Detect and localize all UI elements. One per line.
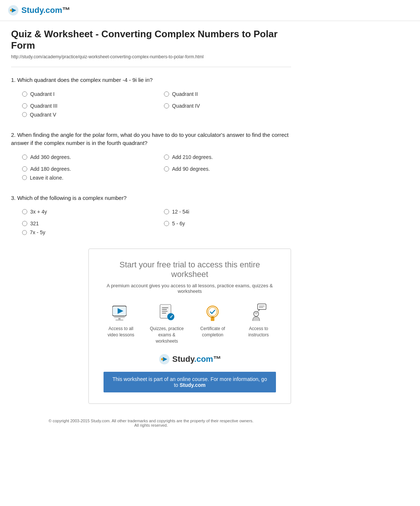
q3-label-d: 5 - 6y bbox=[172, 221, 185, 226]
list-item: Quadrant III bbox=[22, 103, 149, 109]
page-url: http://study.com/academy/practice/quiz-w… bbox=[11, 54, 291, 59]
q1-option-c[interactable] bbox=[22, 103, 27, 108]
q2-label-a: Add 360 degrees. bbox=[30, 154, 71, 160]
svg-rect-8 bbox=[116, 320, 123, 321]
promo-box: Start your free trial to access this ent… bbox=[88, 249, 291, 403]
q2-label-c: Add 180 degrees. bbox=[30, 166, 71, 172]
promo-feature-instructor: Access to instructors bbox=[241, 303, 276, 344]
promo-feature-instructor-label: Access to instructors bbox=[241, 326, 276, 338]
list-item: 5 - 6y bbox=[164, 221, 291, 226]
svg-point-17 bbox=[207, 306, 218, 318]
q2-option-d[interactable] bbox=[164, 166, 169, 171]
q1-option-b[interactable] bbox=[164, 91, 169, 97]
footer-line1: © copyright 2003-2015 Study.com. All oth… bbox=[18, 419, 284, 423]
main-content: Quiz & Worksheet - Converting Complex Nu… bbox=[0, 21, 302, 442]
logo-text: Study.com™ bbox=[21, 6, 70, 15]
divider bbox=[11, 67, 291, 67]
video-icon bbox=[111, 303, 131, 323]
list-item: Add 210 degrees. bbox=[164, 154, 291, 160]
q2-label-b: Add 210 degrees. bbox=[172, 154, 213, 160]
question-1-options: Quadrant I Quadrant II Quadrant III Quad… bbox=[11, 91, 291, 109]
q2-label-d: Add 90 degrees. bbox=[172, 166, 210, 172]
svg-point-29 bbox=[161, 358, 163, 360]
list-item: 321 bbox=[22, 221, 149, 226]
q3-option-e[interactable] bbox=[22, 230, 27, 235]
q3-label-b: 12 - 54i bbox=[172, 209, 189, 215]
list-item: 3x + 4y bbox=[22, 209, 149, 215]
q1-option-a[interactable] bbox=[22, 91, 27, 97]
list-item: Quadrant IV bbox=[164, 103, 291, 109]
svg-rect-7 bbox=[119, 318, 121, 320]
promo-title: Start your free trial to access this ent… bbox=[104, 260, 276, 279]
q3-label-a: 3x + 4y bbox=[30, 209, 47, 215]
q1-option-e[interactable] bbox=[22, 112, 27, 117]
svg-marker-24 bbox=[258, 310, 260, 312]
logo-icon bbox=[7, 4, 19, 16]
q1-label-c: Quadrant III bbox=[30, 103, 57, 109]
q2-option-b[interactable] bbox=[164, 155, 169, 160]
svg-rect-11 bbox=[162, 308, 168, 308]
list-item: Quadrant II bbox=[164, 91, 291, 97]
quiz-icon: ✓ bbox=[157, 303, 177, 323]
q3-option-c[interactable] bbox=[22, 221, 27, 226]
list-item: Quadrant I bbox=[22, 91, 149, 97]
svg-rect-21 bbox=[258, 304, 266, 309]
svg-text:✓: ✓ bbox=[169, 315, 173, 320]
q3-option-b[interactable] bbox=[164, 209, 169, 214]
list-item: Leave it alone. bbox=[11, 175, 291, 181]
q3-option-a[interactable] bbox=[22, 209, 27, 214]
promo-feature-quiz: ✓ Quizzes, practice exams & worksheets bbox=[150, 303, 185, 344]
svg-point-2 bbox=[10, 9, 12, 11]
cert-icon bbox=[203, 303, 223, 323]
q3-label-c: 321 bbox=[30, 221, 39, 226]
q1-label-b: Quadrant II bbox=[172, 91, 198, 97]
promo-logo-text: Study.com™ bbox=[172, 354, 221, 364]
promo-banner-link[interactable]: Study.com bbox=[180, 382, 206, 388]
promo-feature-cert: Certificate of completion bbox=[195, 303, 230, 344]
question-3-block: 3. Which of the following is a complex n… bbox=[11, 194, 291, 236]
svg-rect-14 bbox=[162, 313, 166, 313]
footer: © copyright 2003-2015 Study.com. All oth… bbox=[11, 411, 291, 435]
svg-point-18 bbox=[209, 308, 217, 316]
question-1-block: 1. Which quadrant does the complex numbe… bbox=[11, 76, 291, 118]
footer-line2: All rights reserved. bbox=[18, 423, 284, 427]
q1-label-d: Quadrant IV bbox=[172, 103, 200, 109]
question-2-options: Add 360 degrees. Add 210 degrees. Add 18… bbox=[11, 154, 291, 172]
list-item: Add 180 degrees. bbox=[22, 166, 149, 172]
logo[interactable]: Study.com™ bbox=[7, 4, 70, 16]
question-3-options: 3x + 4y 12 - 54i 321 5 - 6y bbox=[11, 209, 291, 226]
question-3-text: 3. Which of the following is a complex n… bbox=[11, 194, 291, 202]
promo-feature-cert-label: Certificate of completion bbox=[195, 326, 230, 338]
q1-label-e: Quadrant V bbox=[30, 112, 56, 118]
page-title: Quiz & Worksheet - Converting Complex Nu… bbox=[11, 28, 291, 51]
q2-option-a[interactable] bbox=[22, 155, 27, 160]
promo-features: Access to all video lessons ✓ bbox=[104, 303, 276, 344]
promo-subtitle: A premium account gives you access to al… bbox=[104, 283, 276, 294]
list-item: 7x - 5y bbox=[11, 229, 291, 235]
promo-feature-video-label: Access to all video lessons bbox=[104, 326, 139, 338]
instructor-icon bbox=[249, 303, 269, 323]
list-item: Quadrant V bbox=[11, 112, 291, 118]
promo-logo: Study.com™ bbox=[104, 353, 276, 365]
svg-rect-12 bbox=[162, 309, 167, 310]
question-2-block: 2. When finding the angle for the polar … bbox=[11, 131, 291, 181]
svg-point-26 bbox=[255, 312, 258, 315]
list-item: 12 - 54i bbox=[164, 209, 291, 215]
q2-option-c[interactable] bbox=[22, 166, 27, 171]
question-1-text: 1. Which quadrant does the complex numbe… bbox=[11, 76, 291, 84]
list-item: Add 360 degrees. bbox=[22, 154, 149, 160]
promo-banner: This worksheet is part of an online cour… bbox=[104, 372, 276, 392]
question-2-text: 2. When finding the angle for the polar … bbox=[11, 131, 291, 148]
svg-rect-13 bbox=[162, 311, 167, 312]
q2-option-e[interactable] bbox=[22, 175, 27, 180]
svg-rect-6 bbox=[114, 317, 125, 318]
promo-feature-video: Access to all video lessons bbox=[104, 303, 139, 344]
list-item: Add 90 degrees. bbox=[164, 166, 291, 172]
q1-label-a: Quadrant I bbox=[30, 91, 55, 97]
promo-logo-icon bbox=[158, 353, 170, 365]
promo-feature-quiz-label: Quizzes, practice exams & worksheets bbox=[150, 326, 185, 344]
q1-option-d[interactable] bbox=[164, 103, 169, 108]
q3-label-e: 7x - 5y bbox=[30, 229, 45, 235]
header: Study.com™ bbox=[0, 0, 420, 21]
q3-option-d[interactable] bbox=[164, 221, 169, 226]
